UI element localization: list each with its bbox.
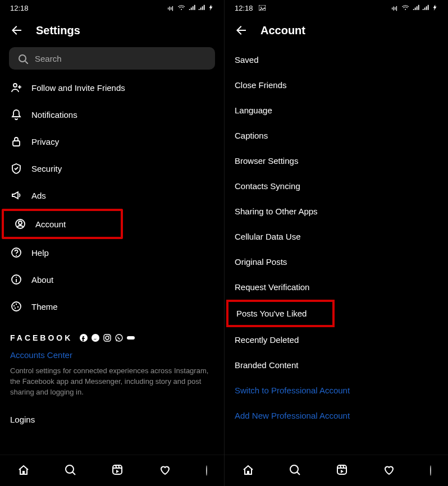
status-icons (391, 4, 438, 12)
row-original-posts[interactable]: Original Posts (225, 249, 448, 274)
back-button[interactable] (10, 24, 24, 37)
nav-search[interactable] (289, 464, 302, 478)
vibrate-icon (391, 4, 400, 12)
link-add-professional[interactable]: Add New Professional Account (225, 403, 448, 428)
link-switch-professional[interactable]: Switch to Professional Account (225, 378, 448, 403)
lock-icon (10, 135, 22, 148)
avatar-icon (430, 465, 431, 476)
bottom-nav (225, 455, 448, 486)
nav-activity[interactable] (159, 464, 172, 478)
row-label: About (31, 275, 214, 285)
row-recently-deleted[interactable]: Recently Deleted (225, 327, 448, 352)
page-title: Account (260, 24, 305, 37)
status-bar: 12:18 (225, 0, 448, 16)
avatar-icon (206, 465, 207, 476)
row-ads[interactable]: Ads (0, 182, 224, 209)
search-input[interactable]: Search (9, 47, 215, 70)
row-sharing-apps[interactable]: Sharing to Other Apps (225, 199, 448, 224)
signal-icon (422, 4, 429, 12)
row-label: Privacy (31, 137, 214, 146)
image-icon (259, 5, 266, 11)
account-icon (14, 218, 26, 230)
row-language[interactable]: Language (225, 98, 448, 123)
page-title: Settings (36, 24, 80, 37)
row-about[interactable]: About (0, 266, 224, 293)
oculus-icon (126, 333, 135, 342)
nav-search[interactable] (64, 464, 77, 478)
nav-activity[interactable] (383, 464, 396, 478)
person-plus-icon (10, 81, 22, 94)
nav-reels[interactable] (336, 464, 349, 478)
search-placeholder: Search (35, 54, 62, 63)
settings-list: Follow and Invite Friends Notifications … (0, 74, 224, 455)
status-bar: 12:18 (0, 0, 224, 16)
facebook-icon (79, 333, 88, 342)
nav-home[interactable] (17, 464, 30, 478)
wifi-icon (401, 4, 410, 12)
help-icon (10, 246, 22, 259)
row-account[interactable]: Account (2, 209, 123, 239)
row-privacy[interactable]: Privacy (0, 128, 224, 155)
signal-icon (198, 4, 205, 12)
whatsapp-icon (115, 333, 124, 342)
facebook-section: FACEBOOK (0, 320, 224, 342)
row-label: Follow and Invite Friends (31, 83, 214, 93)
logins-heading: Logins (0, 398, 224, 430)
row-captions[interactable]: Captions (225, 123, 448, 148)
facebook-word: FACEBOOK (10, 333, 72, 342)
megaphone-icon (10, 189, 22, 201)
instagram-icon (103, 333, 112, 342)
vibrate-icon (167, 4, 176, 12)
info-icon (10, 273, 22, 286)
row-label: Security (31, 164, 214, 173)
row-posts-liked[interactable]: Posts You've Liked (226, 300, 335, 327)
facebook-app-icons (79, 333, 135, 342)
status-time: 12:18 (235, 4, 253, 12)
svg-point-37 (260, 7, 262, 8)
row-close-friends[interactable]: Close Friends (225, 72, 448, 98)
account-list: Saved Close Friends Language Captions Br… (225, 47, 448, 455)
nav-reels[interactable] (111, 464, 125, 478)
row-contacts-syncing[interactable]: Contacts Syncing (225, 173, 448, 199)
account-screen: 12:18 Account Saved Close Friends Langua… (224, 0, 448, 486)
charging-icon (431, 4, 438, 12)
row-saved[interactable]: Saved (225, 47, 448, 72)
row-browser-settings[interactable]: Browser Settings (225, 148, 448, 173)
row-label: Help (31, 248, 214, 258)
row-security[interactable]: Security (0, 155, 224, 182)
signal-icon (188, 4, 196, 12)
shield-icon (10, 162, 22, 175)
row-label: Ads (31, 191, 214, 200)
palette-icon (10, 300, 22, 313)
header-bar: Account (225, 16, 448, 47)
settings-screen: 12:18 Settings Search Follow and Invite … (0, 0, 224, 486)
back-button[interactable] (235, 24, 248, 37)
row-branded-content[interactable]: Branded Content (225, 352, 448, 378)
nav-profile[interactable] (206, 466, 207, 476)
charging-icon (207, 4, 214, 12)
row-notifications[interactable]: Notifications (0, 101, 224, 128)
accounts-center-description: Control settings for connected experienc… (0, 360, 224, 398)
bottom-nav (0, 455, 224, 486)
row-label: Account (35, 219, 111, 229)
row-help[interactable]: Help (0, 239, 224, 266)
bell-icon (10, 108, 22, 121)
status-time: 12:18 (10, 4, 29, 12)
row-request-verification[interactable]: Request Verification (225, 274, 448, 300)
accounts-center-link[interactable]: Accounts Center (10, 350, 72, 360)
messenger-icon (91, 333, 100, 342)
row-label: Theme (31, 302, 214, 311)
nav-home[interactable] (241, 464, 255, 478)
search-icon (17, 53, 28, 64)
row-cellular-data[interactable]: Cellular Data Use (225, 224, 448, 249)
row-label: Notifications (31, 110, 214, 120)
row-theme[interactable]: Theme (0, 293, 224, 320)
nav-profile[interactable] (430, 466, 431, 476)
row-follow-invite[interactable]: Follow and Invite Friends (0, 74, 224, 101)
signal-icon (412, 4, 420, 12)
header-bar: Settings (0, 16, 224, 47)
wifi-icon (177, 4, 186, 12)
status-icons (167, 4, 214, 12)
